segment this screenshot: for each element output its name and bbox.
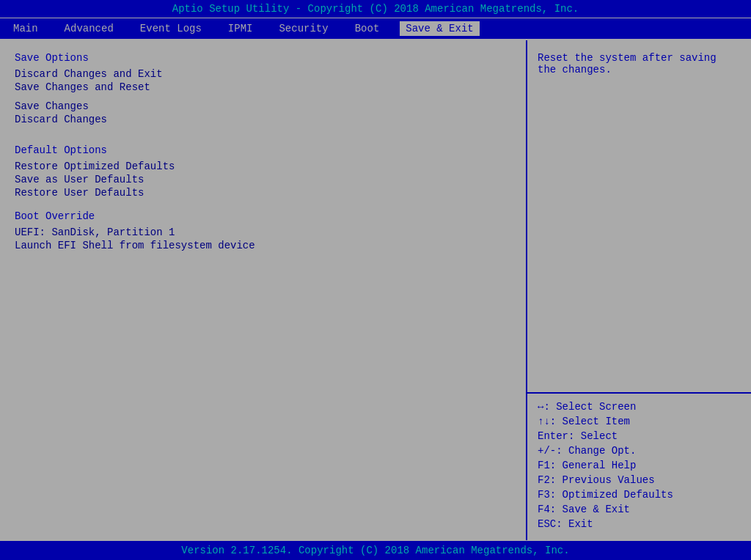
spacer	[15, 127, 511, 133]
title-text: Aptio Setup Utility - Copyright (C) 2018…	[172, 3, 579, 15]
key-help-line: F4: Save & Exit	[538, 504, 741, 515]
menu-link[interactable]: UEFI: SanDisk, Partition 1	[15, 226, 511, 238]
menu-item-ipmi[interactable]: IPMI	[222, 21, 259, 36]
status-bar: Version 2.17.1254. Copyright (C) 2018 Am…	[0, 540, 751, 560]
key-help-line: ↑↓: Select Item	[538, 416, 741, 427]
right-panel: Reset the system after saving the change…	[527, 40, 751, 540]
menu-link[interactable]: Discard Changes	[15, 114, 511, 125]
key-help-line: +/-: Change Opt.	[538, 445, 741, 457]
key-help-line: F3: Optimized Defaults	[538, 489, 741, 501]
menu-link[interactable]: Save Changes	[15, 100, 511, 112]
menu-link[interactable]: Discard Changes and Exit	[15, 68, 511, 80]
menu-link[interactable]: Save Changes and Reset	[15, 81, 511, 93]
title-bar: Aptio Setup Utility - Copyright (C) 2018…	[0, 0, 751, 18]
main-content: Save OptionsDiscard Changes and ExitSave…	[0, 40, 751, 540]
key-help-line: ↔: Select Screen	[538, 401, 741, 413]
menu-link[interactable]: Launch EFI Shell from filesystem device	[15, 240, 511, 251]
key-help-line: ESC: Exit	[538, 518, 741, 530]
help-text: Reset the system after saving the change…	[527, 40, 751, 394]
menu-item-advanced[interactable]: Advanced	[59, 21, 120, 36]
spacer	[15, 95, 511, 100]
key-help-line: F1: General Help	[538, 460, 741, 471]
menu-bar: MainAdvancedEvent LogsIPMISecurityBootSa…	[0, 18, 751, 40]
menu-item-save-and-exit[interactable]: Save & Exit	[400, 21, 479, 36]
menu-item-security[interactable]: Security	[273, 21, 334, 36]
key-help-line: F2: Previous Values	[538, 474, 741, 486]
menu-link[interactable]: Restore Optimized Defaults	[15, 161, 511, 172]
menu-item-boot[interactable]: Boot	[349, 21, 386, 36]
section-header: Default Options	[15, 144, 511, 156]
menu-link[interactable]: Save as User Defaults	[15, 174, 511, 185]
status-text: Version 2.17.1254. Copyright (C) 2018 Am…	[181, 545, 569, 556]
menu-link[interactable]: Restore User Defaults	[15, 187, 511, 199]
menu-item-main[interactable]: Main	[7, 21, 44, 36]
section-header: Boot Override	[15, 210, 511, 222]
key-help: ↔: Select Screen↑↓: Select ItemEnter: Se…	[527, 394, 751, 540]
left-panel: Save OptionsDiscard Changes and ExitSave…	[0, 40, 527, 540]
menu-item-event-logs[interactable]: Event Logs	[134, 21, 208, 36]
key-help-line: Enter: Select	[538, 430, 741, 442]
section-header: Save Options	[15, 52, 511, 64]
